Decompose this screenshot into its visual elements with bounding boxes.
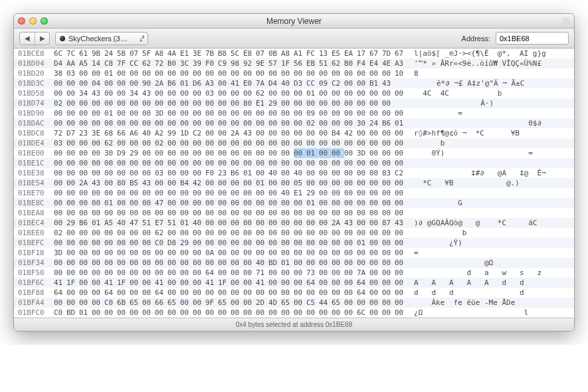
hex-byte[interactable]: 00 [79, 298, 92, 308]
hex-byte[interactable]: 00 [180, 168, 193, 178]
hex-row[interactable]: 01BDC872D7233E6866A640A2991DC200002A4300… [14, 128, 574, 138]
hex-byte[interactable]: 09 [319, 78, 332, 88]
hex-byte[interactable]: 43 [395, 218, 407, 228]
hex-byte[interactable]: 00 [180, 278, 193, 288]
hex-byte[interactable]: 00 [319, 228, 332, 238]
hex-byte[interactable]: 00 [319, 88, 332, 98]
hex-byte[interactable]: 00 [54, 298, 66, 308]
hex-byte[interactable]: 00 [231, 158, 243, 168]
hex-byte[interactable]: 00 [268, 128, 281, 138]
hex-byte[interactable]: 34 [79, 88, 92, 98]
hex-byte[interactable]: 00 [155, 258, 167, 268]
hex-byte[interactable]: 01 [306, 88, 319, 98]
hex-byte[interactable]: 00 [243, 298, 256, 308]
hex-byte[interactable]: E5 [332, 49, 344, 58]
hex-byte[interactable]: 00 [218, 148, 231, 158]
hex-byte[interactable]: 00 [193, 138, 205, 148]
hex-byte[interactable]: 00 [395, 178, 407, 188]
hex-byte[interactable]: 00 [319, 168, 332, 178]
hex-byte[interactable]: 0B [268, 49, 281, 58]
hex-byte[interactable]: 00 [142, 188, 155, 198]
hex-byte[interactable]: 00 [344, 168, 357, 178]
hex-byte[interactable]: 00 [205, 68, 218, 78]
hex-byte[interactable]: 00 [54, 188, 66, 198]
hex-byte[interactable]: 62 [256, 88, 268, 98]
hex-byte[interactable]: 00 [395, 158, 407, 168]
hex-byte[interactable]: EA [344, 49, 357, 58]
hex-byte[interactable]: 00 [66, 188, 79, 198]
hex-byte[interactable]: 00 [193, 68, 205, 78]
hex-byte[interactable]: 61 [79, 49, 92, 58]
hex-byte[interactable]: 00 [142, 208, 155, 218]
fullscreen-icon[interactable] [562, 17, 570, 25]
hex-byte[interactable]: 1F [117, 278, 130, 288]
hex-byte[interactable]: 00 [231, 188, 243, 198]
hex-byte[interactable]: 00 [79, 198, 92, 208]
hex-byte[interactable]: D8 [167, 238, 180, 248]
hex-row[interactable]: 01BCE86C7C619B245B075FA84AE13E7BB85CE807… [14, 49, 574, 58]
hex-byte[interactable]: 56 [294, 58, 306, 68]
hex-byte[interactable]: 00 [193, 228, 205, 238]
hex-byte[interactable]: 01 [79, 308, 92, 318]
hex-byte[interactable]: 00 [243, 138, 256, 148]
hex-byte[interactable]: 01 [92, 218, 104, 228]
hex-byte[interactable]: 00 [193, 298, 205, 308]
hex-byte[interactable]: E0 [243, 78, 256, 88]
hex-byte[interactable]: 00 [193, 168, 205, 178]
hex-byte[interactable]: 00 [256, 108, 268, 118]
titlebar[interactable]: Memory Viewer [14, 14, 574, 29]
hex-byte[interactable]: C2 [395, 168, 407, 178]
hex-byte[interactable]: 00 [54, 178, 66, 188]
hex-byte[interactable]: 02 [54, 98, 66, 108]
hex-byte[interactable]: 00 [243, 68, 256, 78]
hex-byte[interactable]: 7D [382, 49, 395, 58]
hex-byte[interactable]: 00 [319, 308, 332, 318]
hex-byte[interactable]: 00 [66, 148, 79, 158]
hex-byte[interactable]: 00 [344, 198, 357, 208]
hex-byte[interactable]: 00 [142, 108, 155, 118]
minimize-icon[interactable] [29, 17, 37, 25]
hex-row[interactable]: 01BD3C00000004000000902AB601D6A30041E07A… [14, 78, 574, 88]
hex-byte[interactable]: 00 [167, 208, 180, 218]
hex-byte[interactable]: 00 [268, 228, 281, 238]
hex-byte[interactable]: 00 [205, 138, 218, 148]
hex-byte[interactable]: 00 [243, 228, 256, 238]
hex-byte[interactable]: 00 [382, 248, 395, 258]
hex-byte[interactable]: 92 [243, 58, 256, 68]
hex-byte[interactable]: 41 [205, 278, 218, 288]
hex-byte[interactable]: 1D [180, 128, 193, 138]
hex-byte[interactable]: 00 [344, 68, 357, 78]
hex-byte[interactable]: 00 [281, 128, 294, 138]
hex-byte[interactable]: 00 [382, 98, 395, 108]
hex-byte[interactable]: 00 [231, 88, 243, 98]
hex-byte[interactable]: 00 [294, 68, 306, 78]
hex-byte[interactable]: 73 [306, 268, 319, 278]
hex-byte[interactable]: 00 [92, 158, 104, 168]
hex-byte[interactable]: 00 [294, 308, 306, 318]
hex-byte[interactable]: 00 [218, 178, 231, 188]
hex-byte[interactable]: 00 [180, 198, 193, 208]
hex-byte[interactable]: 00 [180, 88, 193, 98]
hex-byte[interactable]: B6 [382, 118, 395, 128]
hex-byte[interactable]: 00 [231, 228, 243, 238]
hex-byte[interactable]: 00 [268, 158, 281, 168]
hex-byte[interactable]: 00 [357, 68, 369, 78]
hex-byte[interactable]: 00 [193, 158, 205, 168]
hex-byte[interactable]: 00 [180, 68, 193, 78]
hex-byte[interactable]: 00 [130, 238, 142, 248]
hex-byte[interactable]: 00 [319, 68, 332, 78]
hex-byte[interactable]: 00 [319, 208, 332, 218]
hex-byte[interactable]: 44 [319, 298, 332, 308]
hex-byte[interactable]: 00 [344, 88, 357, 98]
hex-byte[interactable]: 00 [54, 258, 66, 268]
hex-byte[interactable]: 00 [344, 258, 357, 268]
hex-byte[interactable]: 00 [54, 108, 66, 118]
hex-byte[interactable]: 00 [344, 208, 357, 218]
hex-byte[interactable]: CC [306, 78, 319, 88]
hex-byte[interactable]: 7F [117, 58, 130, 68]
hex-byte[interactable]: D3 [294, 78, 306, 88]
hex-byte[interactable]: 00 [92, 188, 104, 198]
hex-byte[interactable]: 00 [369, 288, 382, 298]
hex-byte[interactable]: 00 [243, 108, 256, 118]
hex-byte[interactable]: 00 [357, 108, 369, 118]
